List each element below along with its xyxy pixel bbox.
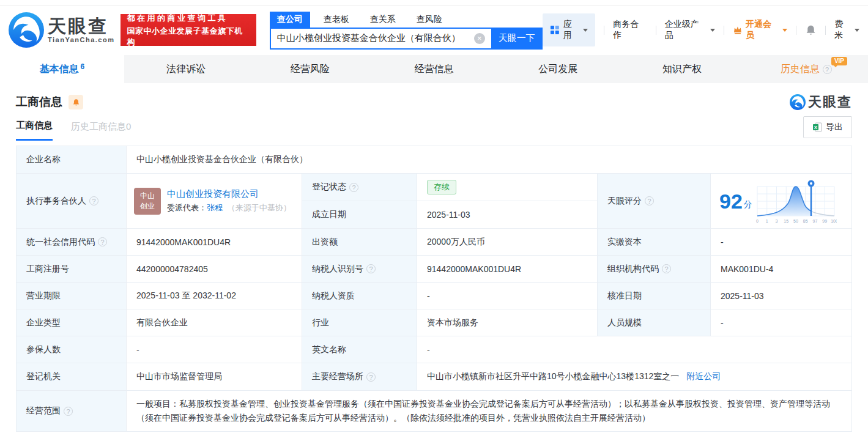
score-number: 92 xyxy=(719,191,743,212)
est-date-label: 成立日期 xyxy=(302,201,417,228)
apps-menu[interactable]: 应用 xyxy=(543,13,595,46)
reg-status-label-text: 登记状态 xyxy=(312,182,346,193)
page-top-divider xyxy=(0,0,868,6)
svg-text:100: 100 xyxy=(831,219,837,223)
tianyancha-logo[interactable]: 天眼查 TianYanCha.com xyxy=(9,12,114,48)
help-icon[interactable]: ? xyxy=(89,196,98,205)
vip-badge: VIP xyxy=(831,57,847,65)
company-type-value: 有限合伙企业 xyxy=(127,309,302,336)
tab-operation-info[interactable]: 经营信息 xyxy=(372,55,496,83)
tab-intellectual-property[interactable]: 知识产权 xyxy=(620,55,744,83)
help-icon[interactable]: ? xyxy=(366,372,376,382)
reg-authority-value: 中山市市场监督管理局 xyxy=(127,363,302,390)
business-site-label: 主要经营场所 ? xyxy=(302,363,417,390)
enterprise-products-menu[interactable]: 企业级产品 xyxy=(665,19,715,41)
taxpayer-id-label-text: 纳税人识别号 xyxy=(312,264,363,275)
search-tab-boss[interactable]: 查老板 xyxy=(316,12,357,28)
uscc-label-text: 统一社会信用代码 xyxy=(26,237,95,248)
help-icon[interactable]: ? xyxy=(823,65,832,74)
subscribe-button[interactable] xyxy=(69,95,83,109)
apps-label: 应用 xyxy=(563,19,581,41)
crown-icon xyxy=(733,25,743,35)
company-nav-tabs: 基本信息 6 法律诉讼 经营风险 经营信息 公司发展 知识产权 VIP 历史信息… xyxy=(0,55,868,83)
reg-status-value: 存续 xyxy=(417,174,597,201)
tab-basic-info[interactable]: 基本信息 6 xyxy=(0,55,124,83)
tab-basic-info-count: 6 xyxy=(81,62,85,71)
subtabs-row: 工商信息 历史工商信息0 X 导出 xyxy=(16,120,852,141)
help-icon[interactable]: ? xyxy=(645,196,654,205)
svg-text:X: X xyxy=(814,125,818,130)
section-title: 工商信息 xyxy=(16,94,62,110)
main-content: 工商信息 天眼查 工商信息 历史工商信息0 X 导出 企业名称 中山小榄创业投资… xyxy=(0,93,868,432)
company-name-value: 中山小榄创业投资基金合伙企业（有限合伙） xyxy=(127,146,851,173)
help-icon[interactable]: ? xyxy=(64,407,73,416)
chevron-down-icon xyxy=(710,29,715,32)
subtab-business-info[interactable]: 工商信息 xyxy=(16,120,53,141)
business-site-address: 中山市小榄镇新市社区升平中路10号小榄金融中心13楼1312室之一 xyxy=(427,371,679,382)
executive-partner-label-text: 执行事务合伙人 xyxy=(26,196,86,207)
business-site-value: 中山市小榄镇新市社区升平中路10号小榄金融中心13楼1312室之一 附近公司 xyxy=(417,363,851,390)
taxpayer-quality-label: 纳税人资质 xyxy=(302,283,417,309)
clear-icon[interactable]: × xyxy=(474,33,485,44)
search-tabs: 查公司 查老板 查关系 查风险 xyxy=(270,11,543,28)
export-button[interactable]: X 导出 xyxy=(803,116,852,138)
score-unit: 分 xyxy=(744,199,752,210)
org-code-value: MAK001DU-4 xyxy=(711,256,851,282)
search-tab-company[interactable]: 查公司 xyxy=(270,12,310,28)
business-info-table: 企业名称 中山小榄创业投资基金合伙企业（有限合伙） 执行事务合伙人 ? 中山 创… xyxy=(16,146,852,432)
paid-in-value: - xyxy=(711,229,851,255)
help-icon[interactable]: ? xyxy=(366,264,376,273)
search-button[interactable]: 天眼一下 xyxy=(491,28,543,50)
english-name-label: 英文名称 xyxy=(302,336,417,363)
term-value: 2025-11-03 至 2032-11-02 xyxy=(127,283,302,309)
tab-operation-risk[interactable]: 经营风险 xyxy=(248,55,372,83)
rep-name-link[interactable]: 张程 xyxy=(207,203,223,212)
tianyancha-swirl-icon xyxy=(790,94,806,110)
divider xyxy=(604,26,604,35)
apps-grid-icon xyxy=(550,25,560,35)
partner-company-link[interactable]: 中山创业投资有限公司 xyxy=(167,188,259,199)
svg-text:97: 97 xyxy=(812,219,817,223)
status-badge: 存续 xyxy=(427,180,456,194)
nearby-companies-link[interactable]: 附近公司 xyxy=(686,371,721,382)
bell-icon xyxy=(72,98,80,106)
executive-partner-value: 中山 创业 中山创业投资有限公司 委派代表：张程 （来源于中基协） xyxy=(127,174,302,228)
tab-legal-litigation[interactable]: 法律诉讼 xyxy=(124,55,248,83)
notifications-button[interactable] xyxy=(805,24,817,36)
help-icon[interactable]: ? xyxy=(349,183,358,192)
business-cooperation-link[interactable]: 商务合作 xyxy=(613,19,647,41)
company-type-label: 企业类型 xyxy=(17,309,126,336)
uscc-label: 统一社会信用代码 ? xyxy=(17,229,126,255)
header: 天眼查 TianYanCha.com 都在用的商业查询工具 国家中小企业发展子基… xyxy=(0,6,868,55)
user-menu[interactable]: 费米 xyxy=(834,19,859,41)
svg-text:0: 0 xyxy=(756,219,759,223)
partner-info: 中山创业投资有限公司 委派代表：张程 （来源于中基协） xyxy=(167,188,291,213)
taxpayer-quality-value: - xyxy=(417,283,597,309)
executive-partner-label: 执行事务合伙人 ? xyxy=(17,174,126,228)
promo-banner: 都在用的商业查询工具 国家中小企业发展子基金旗下机构 xyxy=(121,14,256,46)
svg-text:50: 50 xyxy=(793,219,798,223)
tianyancha-swirl-icon xyxy=(9,12,44,48)
rep-source: （来源于中基协） xyxy=(228,203,291,212)
uscc-value: 91442000MAK001DU4R xyxy=(127,229,302,255)
help-icon[interactable]: ? xyxy=(98,237,107,246)
chevron-down-icon xyxy=(782,29,787,32)
open-vip-menu[interactable]: 开通会员 xyxy=(733,19,787,41)
search-input[interactable] xyxy=(270,28,491,50)
approval-date-label: 核准日期 xyxy=(598,283,710,309)
help-icon[interactable]: ? xyxy=(662,264,671,273)
business-scope-value: 一般项目：私募股权投资基金管理、创业投资基金管理服务（须在中国证券投资基金业协会… xyxy=(127,391,851,431)
taxpayer-id-label: 纳税人识别号 ? xyxy=(302,256,417,282)
chevron-down-icon xyxy=(855,29,859,32)
rep-prefix: 委派代表： xyxy=(167,203,207,212)
tab-history-info-label: 历史信息 xyxy=(781,63,820,76)
svg-text:85: 85 xyxy=(803,219,808,223)
company-name-label: 企业名称 xyxy=(17,146,126,173)
tab-company-development[interactable]: 公司发展 xyxy=(496,55,620,83)
tab-history-info[interactable]: VIP 历史信息 ? xyxy=(744,55,868,83)
subtab-history-business-info[interactable]: 历史工商信息0 xyxy=(71,121,131,140)
paid-in-label: 实缴资本 xyxy=(598,229,710,255)
search-tab-relation[interactable]: 查关系 xyxy=(363,12,403,28)
search-tab-risk[interactable]: 查风险 xyxy=(409,12,450,28)
industry-label: 行业 xyxy=(302,309,417,336)
